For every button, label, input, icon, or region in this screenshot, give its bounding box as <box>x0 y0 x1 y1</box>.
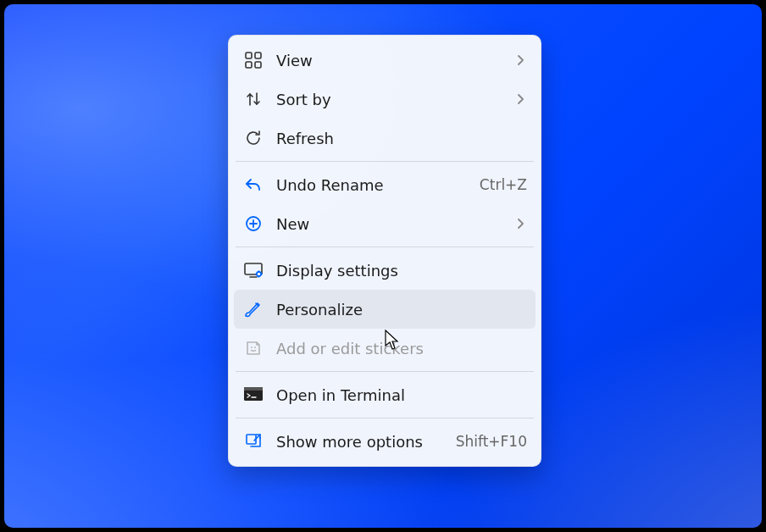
menu-item-label: Undo Rename <box>276 176 468 194</box>
new-icon <box>242 213 264 235</box>
undo-icon <box>242 174 264 196</box>
grid-icon <box>242 49 264 71</box>
svg-point-7 <box>251 346 253 348</box>
chevron-right-icon <box>513 93 527 105</box>
menu-separator <box>236 418 534 418</box>
svg-point-8 <box>254 346 256 348</box>
menu-item-new[interactable]: New <box>234 204 536 243</box>
menu-item-label: Personalize <box>276 301 527 319</box>
svg-rect-0 <box>246 53 252 58</box>
menu-separator <box>236 371 534 372</box>
menu-item-open-terminal[interactable]: Open in Terminal <box>234 375 536 414</box>
svg-rect-2 <box>246 62 252 68</box>
chevron-right-icon <box>513 218 527 230</box>
sort-icon <box>242 88 264 110</box>
menu-item-display-settings[interactable]: Display settings <box>234 251 536 290</box>
menu-item-label: Open in Terminal <box>276 386 527 404</box>
svg-rect-10 <box>244 387 263 391</box>
menu-item-label: Refresh <box>276 130 527 147</box>
svg-rect-3 <box>255 62 261 68</box>
desktop-wallpaper[interactable]: View Sort by <box>4 4 762 528</box>
desktop-context-menu: View Sort by <box>228 35 541 467</box>
menu-separator <box>236 161 534 162</box>
personalize-icon <box>242 298 264 320</box>
more-icon <box>242 430 264 452</box>
refresh-icon <box>242 127 264 149</box>
menu-item-label: View <box>276 52 502 69</box>
menu-item-sort-by[interactable]: Sort by <box>234 80 536 119</box>
display-icon <box>242 259 264 281</box>
menu-item-stickers: Add or edit stickers <box>234 329 536 368</box>
menu-item-label: Add or edit stickers <box>276 340 527 357</box>
chevron-right-icon <box>513 54 527 66</box>
sticker-icon <box>242 337 264 359</box>
menu-item-refresh[interactable]: Refresh <box>234 119 536 158</box>
menu-item-accelerator: Shift+F10 <box>456 433 527 450</box>
frame: View Sort by <box>0 0 766 532</box>
menu-item-accelerator: Ctrl+Z <box>480 176 527 193</box>
menu-item-label: Display settings <box>276 262 527 280</box>
menu-item-personalize[interactable]: Personalize <box>234 290 536 329</box>
menu-item-show-more[interactable]: Show more options Shift+F10 <box>234 422 536 461</box>
svg-rect-11 <box>247 435 256 444</box>
svg-rect-1 <box>255 53 261 58</box>
menu-item-view[interactable]: View <box>234 41 536 80</box>
terminal-icon <box>242 384 264 406</box>
menu-item-undo-rename[interactable]: Undo Rename Ctrl+Z <box>234 165 536 204</box>
menu-item-label: New <box>276 215 502 233</box>
menu-item-label: Sort by <box>276 91 502 108</box>
menu-separator <box>236 247 534 247</box>
menu-item-label: Show more options <box>276 433 444 451</box>
